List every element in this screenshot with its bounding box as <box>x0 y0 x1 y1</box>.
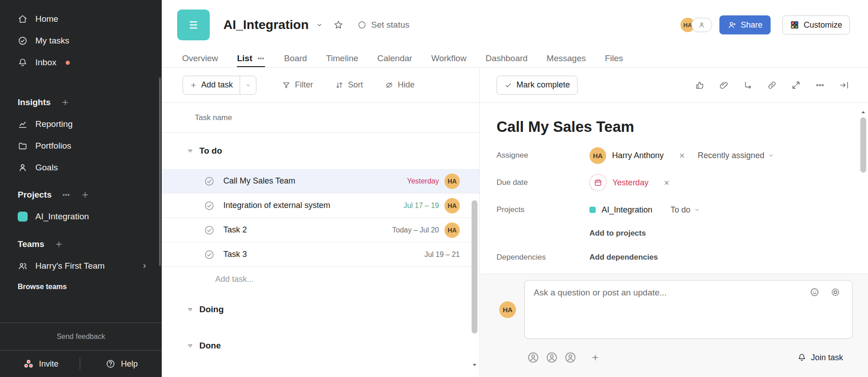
sort-button[interactable]: Sort <box>335 80 363 90</box>
triangle-down-icon[interactable] <box>187 306 193 313</box>
tab-overview[interactable]: Overview <box>182 50 218 67</box>
task-row[interactable]: Task 3 Jul 19 – 21 <box>162 242 479 267</box>
emoji-icon[interactable] <box>810 287 820 297</box>
triangle-down-icon[interactable] <box>187 343 193 349</box>
sidebar-section-insights[interactable]: Insights <box>0 92 162 113</box>
sidebar-item-goals[interactable]: Goals <box>0 157 162 179</box>
column-header-task-name[interactable]: Task name <box>162 103 479 133</box>
scroll-down-icon[interactable] <box>472 362 477 368</box>
triangle-down-icon[interactable] <box>187 148 193 154</box>
task-check-icon[interactable] <box>204 225 215 236</box>
add-task-dropdown[interactable] <box>240 76 256 94</box>
add-insight-icon[interactable] <box>61 98 70 107</box>
send-feedback-link[interactable]: Send feedback <box>0 323 162 350</box>
detail-project-name[interactable]: AI_Integration <box>602 205 652 215</box>
expand-icon[interactable] <box>791 80 801 90</box>
hide-button[interactable]: Hide <box>385 80 415 90</box>
customize-button[interactable]: Customize <box>782 15 850 34</box>
project-section-dropdown[interactable]: To do <box>670 205 700 215</box>
sidebar-item-inbox[interactable]: Inbox <box>0 52 162 73</box>
task-assignee-avatar[interactable]: HA <box>444 174 460 189</box>
more-options-icon[interactable] <box>815 80 825 90</box>
sidebar-section-teams[interactable]: Teams <box>0 233 162 255</box>
attachment-icon[interactable] <box>719 80 729 90</box>
tab-dashboard[interactable]: Dashboard <box>486 50 528 67</box>
collaborator-icon[interactable] <box>527 351 540 364</box>
tab-workflow[interactable]: Workflow <box>431 50 467 67</box>
tab-timeline[interactable]: Timeline <box>326 50 358 67</box>
assignee-section-dropdown[interactable]: Recently assigned <box>698 151 774 160</box>
add-project-icon[interactable] <box>81 190 90 199</box>
invite-button[interactable]: Invite <box>24 359 58 369</box>
assignee-name[interactable]: Harry Anthony <box>612 151 664 160</box>
tab-board[interactable]: Board <box>284 50 307 67</box>
add-task-inline[interactable]: Add task... <box>162 267 479 291</box>
task-assignee-avatar[interactable]: HA <box>444 222 460 238</box>
comment-input[interactable] <box>525 280 852 338</box>
task-row[interactable]: Call My Sales Team Yesterday HA <box>162 169 479 193</box>
projects-more-icon[interactable] <box>62 190 71 199</box>
scrollbar-thumb[interactable] <box>472 200 477 334</box>
collaborator-icon[interactable] <box>564 351 577 364</box>
tab-calendar[interactable]: Calendar <box>377 50 412 67</box>
share-button[interactable]: Share <box>719 15 771 34</box>
scroll-up-icon[interactable] <box>860 109 866 115</box>
inbox-label: Inbox <box>35 58 56 68</box>
dependencies-label: Dependencies <box>497 253 589 262</box>
task-check-icon[interactable] <box>204 249 215 260</box>
help-button[interactable]: Help <box>106 359 138 369</box>
section-done[interactable]: Done <box>162 328 479 364</box>
sidebar-item-home[interactable]: Home <box>0 8 162 30</box>
scrollbar-thumb[interactable] <box>860 117 866 173</box>
task-row[interactable]: Integration of external system Jul 17 – … <box>162 193 479 218</box>
detail-scrollbar[interactable] <box>860 68 866 274</box>
tab-list[interactable]: List <box>237 50 265 67</box>
sidebar-item-project-ai-integration[interactable]: AI_Integration <box>0 206 162 227</box>
tab-options-icon[interactable] <box>257 54 265 63</box>
collaborator-icon[interactable] <box>545 351 558 364</box>
sidebar-item-team[interactable]: Harry's First Team <box>0 255 162 277</box>
remove-due-date-icon[interactable] <box>663 179 670 186</box>
link-icon[interactable] <box>767 80 777 90</box>
comment-input-box[interactable] <box>524 280 853 339</box>
chevron-right-icon[interactable] <box>141 262 148 270</box>
collapse-panel-icon[interactable] <box>839 80 849 90</box>
section-todo[interactable]: To do <box>162 133 479 169</box>
star-icon[interactable] <box>333 19 344 30</box>
invite-member-button[interactable] <box>691 18 712 32</box>
join-task-button[interactable]: Join task <box>797 353 843 362</box>
task-row[interactable]: Task 2 Today – Jul 20 HA <box>162 218 479 242</box>
task-assignee-avatar[interactable]: HA <box>444 198 460 213</box>
task-check-icon[interactable] <box>204 176 215 187</box>
task-detail-title[interactable]: Call My Sales Team <box>497 118 850 135</box>
section-doing[interactable]: Doing <box>162 291 479 328</box>
calendar-icon[interactable] <box>589 174 607 191</box>
list-scrollbar[interactable] <box>472 200 477 377</box>
mark-complete-button[interactable]: Mark complete <box>497 76 578 95</box>
member-avatars[interactable]: HA <box>680 18 712 32</box>
chevron-down-icon[interactable] <box>316 21 323 29</box>
tab-messages[interactable]: Messages <box>547 50 586 67</box>
sidebar-scrollbar[interactable] <box>159 77 161 266</box>
sidebar-item-reporting[interactable]: Reporting <box>0 113 162 135</box>
due-date-value[interactable]: Yesterday <box>612 178 648 188</box>
set-status-button[interactable]: Set status <box>357 20 410 30</box>
project-icon[interactable] <box>177 10 210 40</box>
add-dependencies-link[interactable]: Add dependencies <box>589 253 658 262</box>
thumbs-up-icon[interactable] <box>695 80 705 90</box>
browse-teams-link[interactable]: Browse teams <box>0 279 162 295</box>
filter-button[interactable]: Filter <box>282 80 313 90</box>
add-team-icon[interactable] <box>54 240 63 249</box>
add-task-button[interactable]: Add task <box>183 76 256 95</box>
sidebar-section-projects[interactable]: Projects <box>0 184 162 206</box>
add-to-projects-link[interactable]: Add to projects <box>589 229 646 238</box>
task-check-icon[interactable] <box>204 200 215 211</box>
add-collaborator-icon[interactable] <box>591 353 600 362</box>
remove-assignee-icon[interactable] <box>679 152 685 159</box>
sidebar-item-portfolios[interactable]: Portfolios <box>0 135 162 157</box>
subtask-icon[interactable] <box>743 80 753 90</box>
sticker-icon[interactable] <box>830 287 840 297</box>
tab-files[interactable]: Files <box>605 50 623 67</box>
sidebar-item-my-tasks[interactable]: My tasks <box>0 30 162 52</box>
assignee-avatar[interactable]: HA <box>589 147 606 164</box>
